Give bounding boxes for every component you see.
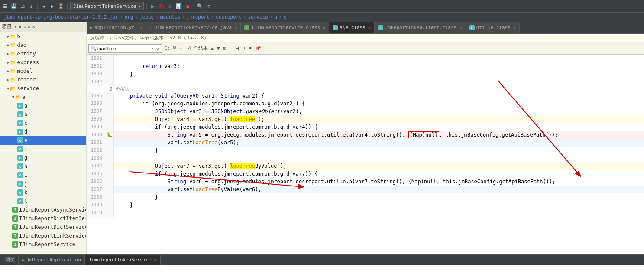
search-match-button[interactable]: ⊡ bbox=[223, 46, 227, 51]
breadcrumb-jeecg[interactable]: jeecg bbox=[139, 14, 154, 20]
stop-button[interactable]: ◼ bbox=[184, 3, 191, 10]
search-pin-button[interactable]: 📌 bbox=[254, 46, 262, 51]
sidebar-item-a-folder[interactable]: ▼ 📂 a bbox=[0, 93, 86, 101]
project-selector[interactable]: JimuReportTokenService ▾ bbox=[70, 2, 144, 10]
tab-jwt-close[interactable]: ✕ bbox=[234, 25, 237, 30]
line-num: 1900 bbox=[87, 131, 106, 139]
search-cycle-button[interactable]: ↺ bbox=[155, 46, 160, 51]
search-next-button[interactable]: ▼ bbox=[216, 46, 221, 51]
sidebar-item-class-l[interactable]: c l bbox=[0, 197, 86, 205]
word-button[interactable]: W bbox=[172, 46, 177, 51]
case-sensitive-button[interactable]: Cc bbox=[164, 46, 171, 51]
breadcrumb-jar[interactable]: jimureport-spring-boot-starter-1.5.2.jar bbox=[3, 14, 118, 20]
profile-button[interactable]: 📊 bbox=[175, 3, 182, 10]
highlight-word: LoadTree bbox=[192, 140, 217, 146]
tab-jwt[interactable]: J JimuReportTokenService.java ✕ bbox=[146, 22, 241, 34]
search-multiline-button[interactable]: ⊤ bbox=[229, 46, 233, 51]
search-options-button[interactable]: ⊣ bbox=[235, 46, 240, 51]
tab-ae[interactable]: c a\e.class ✕ bbox=[329, 22, 375, 34]
usage-separator: 2 个用法 bbox=[87, 86, 644, 92]
item-label: l bbox=[24, 198, 27, 204]
sidebar-item-class-f[interactable]: c f bbox=[0, 145, 86, 153]
gear-icon[interactable]: ▾ bbox=[14, 24, 17, 29]
sidebar-item-idict[interactable]: I IJimuReportDictItemService bbox=[0, 214, 86, 223]
sidebar-item-iservice[interactable]: I IJimuReportService bbox=[0, 240, 86, 249]
sidebar-item-class-d[interactable]: c d bbox=[0, 127, 86, 136]
regex-button[interactable]: ✳ bbox=[178, 46, 183, 51]
breadcrumb-jmreport[interactable]: jmreport bbox=[187, 14, 210, 20]
line-gutter bbox=[106, 154, 114, 162]
clear-search-button[interactable]: ✕ bbox=[150, 46, 155, 51]
sidebar-item-service[interactable]: ▼ 📂 service bbox=[0, 84, 86, 93]
recent-icon[interactable]: ⌛ bbox=[58, 3, 65, 10]
sidebar-item-class-g[interactable]: c g bbox=[0, 153, 86, 162]
sep1 bbox=[37, 3, 38, 10]
search-everywhere-icon[interactable]: 🔍 bbox=[197, 3, 204, 10]
breadcrumb-modules[interactable]: modules bbox=[160, 14, 180, 20]
tab-iservice[interactable]: I IJimuReportService.class ✕ bbox=[241, 22, 329, 34]
line-num: 1894 bbox=[87, 78, 106, 86]
sidebar-item-class-j[interactable]: c j bbox=[0, 179, 86, 188]
close-sidebar-icon[interactable]: ✕ bbox=[32, 24, 36, 29]
sidebar-item-class-i[interactable]: c i bbox=[0, 171, 86, 179]
bottom-tab-jmreport-app[interactable]: ▶ JmReportApplication bbox=[19, 255, 85, 265]
expand-icon: ▶ bbox=[7, 52, 9, 56]
save-icon[interactable]: 💾 bbox=[10, 3, 17, 10]
expand-icon: ▶ bbox=[7, 69, 9, 73]
sidebar-item-express[interactable]: ▶ 📁 express bbox=[0, 58, 86, 67]
breadcrumb-desreport[interactable]: desreport bbox=[216, 14, 242, 20]
settings-icon[interactable]: ⚙ bbox=[205, 3, 212, 10]
coverage-button[interactable]: ▷ bbox=[167, 3, 174, 10]
breadcrumb-org[interactable]: org bbox=[125, 14, 133, 20]
sidebar-item-render[interactable]: ▶ 📁 render bbox=[0, 75, 86, 84]
tab-jmreport[interactable]: c JmReportTokenClient.class ✕ bbox=[375, 22, 466, 34]
sidebar-item-ilink[interactable]: I IJimuReportLinkService bbox=[0, 231, 86, 240]
search-input-wrap[interactable]: 🔍 ✕ ↺ bbox=[88, 44, 162, 53]
bottom-tab-token-service[interactable]: JimuReportTokenService ✕ bbox=[85, 255, 161, 265]
tab-jmreport-close[interactable]: ✕ bbox=[459, 25, 462, 30]
sync-icon[interactable]: ↺ bbox=[28, 3, 35, 10]
sort-icon[interactable]: ⇅ bbox=[23, 24, 26, 29]
forward-icon[interactable]: ▶ bbox=[49, 3, 56, 10]
sidebar-item-class-e[interactable]: c e bbox=[0, 136, 86, 145]
tab-ae-close[interactable]: ✕ bbox=[368, 25, 371, 30]
java-icon: J bbox=[150, 25, 152, 30]
breadcrumb-a[interactable]: a bbox=[275, 14, 278, 20]
tab-yml-close[interactable]: ✕ bbox=[140, 25, 142, 30]
sidebar-item-iasync[interactable]: I IJimuReportAsyncService bbox=[0, 205, 86, 214]
search-input[interactable] bbox=[97, 46, 149, 51]
tab-utile-close[interactable]: ✕ bbox=[513, 25, 516, 30]
code-line-1906: 1906 String var6 = org.jeecg.modules.jmr… bbox=[87, 178, 644, 186]
sidebar-item-dao[interactable]: ▶ 📁 dao bbox=[0, 41, 86, 49]
run-button[interactable]: ▶ bbox=[149, 3, 156, 10]
search-prev-button[interactable]: ▲ bbox=[210, 46, 214, 51]
sidebar-item-class-c[interactable]: c c bbox=[0, 119, 86, 127]
sidebar-item-class-k[interactable]: c k bbox=[0, 188, 86, 197]
breadcrumb-service[interactable]: service bbox=[248, 14, 268, 20]
tab-utile[interactable]: c util\e.class ✕ bbox=[466, 22, 520, 34]
code-area[interactable]: 1891 1892 return var3; 1893 } 1894 bbox=[87, 55, 644, 254]
tab-yml[interactable]: ▶ application.yml ✕ bbox=[87, 22, 146, 34]
sidebar-item-class-a[interactable]: c a bbox=[0, 101, 86, 110]
search-more-button[interactable]: ≡ bbox=[248, 46, 252, 51]
back-icon[interactable]: ◀ bbox=[40, 3, 47, 10]
settings-sidebar-icon[interactable]: ⚙ bbox=[28, 24, 31, 29]
search-wrap-button[interactable]: ⇄ bbox=[242, 46, 246, 51]
sidebar-item-idictservice[interactable]: I IJimuReportDictService bbox=[0, 223, 86, 231]
bottom-tab-close[interactable]: ✕ bbox=[154, 257, 157, 262]
collapse-all-icon[interactable]: ≡ bbox=[19, 24, 22, 29]
bottom-tab-debug[interactable]: 调试 bbox=[2, 255, 19, 265]
tab-iservice-close[interactable]: ✕ bbox=[323, 25, 325, 30]
breadcrumb-e[interactable]: e bbox=[284, 14, 287, 20]
menu-icon[interactable]: ☰ bbox=[2, 3, 9, 10]
sidebar-item-class-h[interactable]: c h bbox=[0, 162, 86, 171]
code-line-1901: 1901 var1.setLoadTree(var5); bbox=[87, 139, 644, 147]
save-all-icon[interactable]: 🗂 bbox=[19, 3, 26, 10]
sidebar-item-model[interactable]: ▶ 📁 model bbox=[0, 67, 86, 75]
folder-icon: 📁 bbox=[10, 42, 16, 48]
expand-icon: ▶ bbox=[7, 34, 9, 39]
sidebar-item-class-b[interactable]: c b bbox=[0, 110, 86, 119]
sidebar-item-entity[interactable]: ▶ 📁 entity bbox=[0, 49, 86, 58]
debug-button[interactable]: 🐞 bbox=[158, 3, 165, 10]
sidebar-item-b[interactable]: ▶ 📁 b bbox=[0, 32, 86, 41]
